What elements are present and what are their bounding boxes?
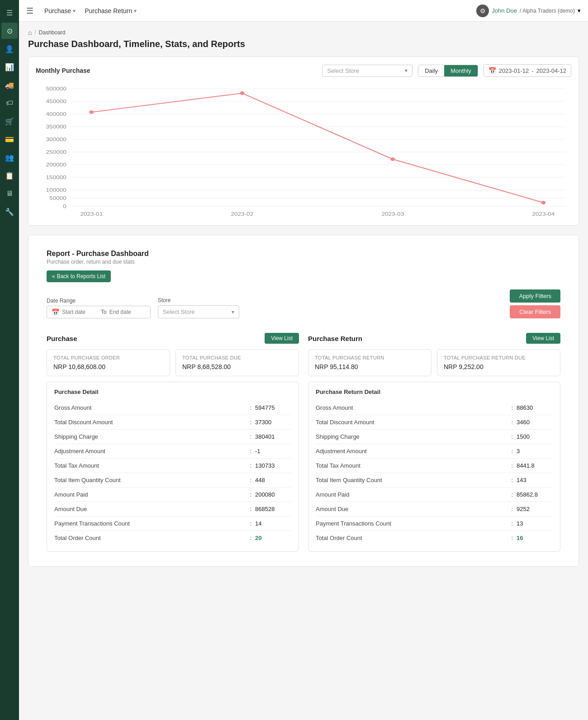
breadcrumb-dashboard[interactable]: Dashboard [39,29,66,36]
sidebar-tag-icon[interactable]: 🏷 [1,95,18,111]
svg-point-24 [390,157,395,161]
svg-text:2023-01: 2023-01 [80,211,103,217]
topbar-menu-icon[interactable]: ☰ [26,6,33,16]
nav-purchase-return-label: Purchase Return [85,7,132,14]
sidebar-menu-icon[interactable]: ☰ [1,5,18,21]
sidebar: ☰ ⊙ 👤 📊 🚚 🏷 🛒 💳 👥 📋 🖥 🔧 [0,0,19,720]
chart-date-range[interactable]: 📅 2023-01-12 - 2023-04-12 [484,64,571,77]
store-chevron-icon: ▾ [232,309,234,315]
svg-text:2023-04: 2023-04 [532,211,555,217]
user-company: / Alpha Traders (demo) [520,8,575,14]
user-chevron: ▾ [578,7,581,14]
purchase-return-col-title: Purchase Return [308,335,362,342]
store-filter: Store Select Store ▾ [158,297,239,318]
sidebar-monitor-icon[interactable]: 🖥 [1,185,18,202]
svg-text:250000: 250000 [46,149,66,155]
purchase-return-stat-cards: TOTAL PURCHASE RETURN NRP 95,114.80 TOTA… [308,349,560,376]
svg-text:150000: 150000 [46,175,66,180]
store-filter-dropdown[interactable]: Select Store ▾ [158,305,239,318]
purchase-col: Purchase View List TOTAL PURCHASE ORDER … [47,333,299,552]
chart-header: Monthly Purchase Select Store ▾ Daily Mo… [36,64,571,77]
table-row: Shipping Charge : 380401 [54,430,291,444]
date-range-inputs[interactable]: 📅 To [47,306,151,318]
user-avatar: ⚙ [476,5,489,17]
svg-text:350000: 350000 [46,124,66,129]
breadcrumb-home-icon[interactable]: ⌂ [28,29,32,36]
purchase-return-due-card: TOTAL PURCHASE RETURN DUE NRP 9,252.00 [437,349,560,376]
filters-row: Date Range 📅 To Store Select Store ▾ [47,289,560,318]
chart-store-chevron: ▾ [405,67,408,74]
svg-text:2023-03: 2023-03 [381,211,404,217]
sidebar-cart-icon[interactable]: 🛒 [1,113,18,129]
detail-key: Amount Due [316,506,507,512]
svg-text:500000: 500000 [46,86,66,91]
chart-daily-btn[interactable]: Daily [418,65,444,76]
chart-toggle-group: Daily Monthly [418,65,478,77]
sidebar-user-icon[interactable]: 👤 [1,41,18,57]
purchase-return-due-value: NRP 9,252.00 [444,363,554,370]
topbar-right: ⚙ John Doe / Alpha Traders (demo) ▾ [476,5,581,17]
nav-purchase[interactable]: Purchase ▾ [41,5,79,16]
purchase-return-view-list-button[interactable]: View List [526,333,560,344]
sidebar-list-icon[interactable]: 📋 [1,167,18,184]
purchase-total-order-label: TOTAL PURCHASE ORDER [53,355,163,360]
chart-monthly-btn[interactable]: Monthly [444,65,478,76]
purchase-total-due-card: TOTAL PURCHASE DUE NRP 8,68,528.00 [175,349,299,376]
main-content: ☰ Purchase ▾ Purchase Return ▾ ⚙ John Do… [19,0,588,720]
purchase-view-list-button[interactable]: View List [265,333,299,344]
sidebar-tools-icon[interactable]: 🔧 [1,204,18,220]
sidebar-home-icon[interactable]: ⊙ [1,23,18,39]
line-chart-svg: 500000 450000 400000 350000 300000 25000… [36,82,571,218]
purchase-return-total-value: NRP 95,114.80 [315,363,425,370]
table-row: Total Discount Amount : 3460 [316,415,553,430]
table-row: Total Tax Amount : 130733 [54,459,291,473]
purchase-return-col-header: Purchase Return View List [308,333,560,344]
store-placeholder: Select Store [163,308,195,315]
detail-key: Payment Transactions Count [54,520,246,527]
sidebar-chart-icon[interactable]: 📊 [1,59,18,75]
purchase-total-due-value: NRP 8,68,528.00 [182,363,292,370]
detail-key: Adjustment Amount [316,448,507,455]
table-row: Total Order Count : 20 [54,531,291,545]
svg-text:200000: 200000 [46,162,66,167]
table-row: Shipping Charge : 1500 [316,430,553,444]
detail-key: Shipping Charge [54,433,246,440]
sidebar-payment-icon[interactable]: 💳 [1,131,18,147]
report-title: Report - Purchase Dashboard [47,250,560,258]
filter-actions: Apply Filters Clear Filters [510,289,560,318]
purchase-total-due-label: TOTAL PURCHASE DUE [182,355,292,360]
svg-point-22 [89,110,94,114]
detail-key: Gross Amount [54,404,246,411]
detail-key: Total Discount Amount [316,419,507,426]
purchase-detail-title: Purchase Detail [54,388,291,395]
purchase-return-col: Purchase Return View List TOTAL PURCHASE… [308,333,560,552]
detail-key: Total Item Quantity Count [54,477,246,483]
table-row: Amount Due : 9252 [316,502,553,516]
chart-store-select[interactable]: Select Store ▾ [322,65,413,77]
date-range-filter: Date Range 📅 To [47,298,151,318]
detail-value: 9252 [517,506,553,512]
date-to-label: To [101,309,107,315]
date-start-input[interactable] [62,309,98,315]
detail-value: 14 [255,520,291,527]
breadcrumb-separator: / [34,29,36,36]
nav-purchase-return[interactable]: Purchase Return ▾ [81,5,140,16]
apply-filters-button[interactable]: Apply Filters [510,289,560,303]
topbar-nav: Purchase ▾ Purchase Return ▾ [41,5,140,16]
svg-text:400000: 400000 [46,111,66,117]
detail-key: Total Order Count [316,535,507,541]
detail-value: 16 [517,535,553,541]
detail-value: 1500 [517,433,553,440]
detail-key: Payment Transactions Count [316,520,507,527]
content-area: ⌂ / Dashboard Purchase Dashboard, Timeli… [19,22,588,720]
detail-value: 448 [255,477,291,483]
table-row: Payment Transactions Count : 14 [54,516,291,531]
table-row: Adjustment Amount : -1 [54,444,291,459]
back-arrow-icon: « [52,273,55,279]
back-to-reports-button[interactable]: « Back to Reports List [47,270,111,282]
sidebar-truck-icon[interactable]: 🚚 [1,77,18,93]
sidebar-group-icon[interactable]: 👥 [1,149,18,166]
user-info[interactable]: ⚙ John Doe / Alpha Traders (demo) ▾ [476,5,581,17]
clear-filters-button[interactable]: Clear Filters [510,305,560,318]
date-end-input[interactable] [109,309,146,315]
